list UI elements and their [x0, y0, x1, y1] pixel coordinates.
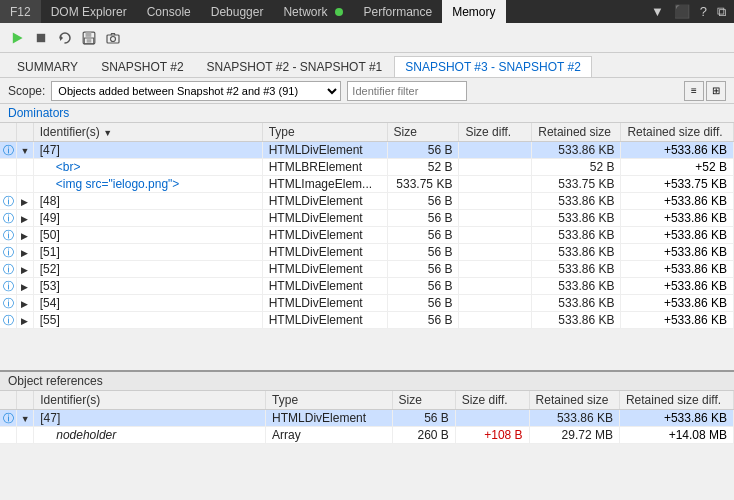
- expand-cell[interactable]: ▼: [17, 142, 34, 159]
- info-icon[interactable]: ⓘ: [3, 144, 14, 156]
- col-header-type[interactable]: Type: [262, 123, 387, 142]
- table-row[interactable]: ▶<img src="ielogo.png">HTMLImageElem...5…: [0, 176, 734, 193]
- object-references-table-wrap[interactable]: Identifier(s) Type Size Size diff. Retai…: [0, 391, 734, 500]
- table-row[interactable]: ▶nodeholderArray260 B+108 B29.72 MB+14.0…: [0, 427, 734, 444]
- table-row[interactable]: ⓘ▶[50]HTMLDivElement56 B533.86 KB+533.86…: [0, 227, 734, 244]
- info-icon[interactable]: ⓘ: [3, 263, 14, 275]
- dominators-label[interactable]: Dominators: [0, 104, 734, 123]
- info-cell[interactable]: [0, 159, 17, 176]
- objref-col-header-retained[interactable]: Retained size: [529, 391, 619, 410]
- col-header-identifiers[interactable]: Identifier(s) ▼: [33, 123, 262, 142]
- play-button[interactable]: [6, 27, 28, 49]
- table-row[interactable]: ⓘ▶[52]HTMLDivElement56 B533.86 KB+533.86…: [0, 261, 734, 278]
- main-table-container[interactable]: Identifier(s) ▼ Type Size Size diff. Ret…: [0, 123, 734, 370]
- table-row[interactable]: ⓘ▶[55]HTMLDivElement56 B533.86 KB+533.86…: [0, 312, 734, 329]
- collapse-icon[interactable]: ▼: [21, 146, 30, 156]
- objref-col-header-retaineddiff[interactable]: Retained size diff.: [619, 391, 733, 410]
- table-row[interactable]: ▶<br>HTMLBRElement52 B52 B+52 B: [0, 159, 734, 176]
- info-cell[interactable]: ⓘ: [0, 295, 17, 312]
- nav-network[interactable]: Network: [273, 0, 353, 23]
- table-row[interactable]: ⓘ▶[48]HTMLDivElement56 B533.86 KB+533.86…: [0, 193, 734, 210]
- info-cell[interactable]: ⓘ: [0, 227, 17, 244]
- expand-cell[interactable]: ▶: [17, 176, 34, 193]
- nav-f12[interactable]: F12: [0, 0, 41, 23]
- col-header-retaineddiff[interactable]: Retained size diff.: [621, 123, 734, 142]
- nav-performance[interactable]: Performance: [353, 0, 442, 23]
- nav-help-icon[interactable]: ?: [696, 4, 711, 19]
- col-header-size[interactable]: Size: [387, 123, 459, 142]
- objref-col-header-sizediff[interactable]: Size diff.: [455, 391, 529, 410]
- info-cell[interactable]: ⓘ: [0, 261, 17, 278]
- info-icon[interactable]: ⓘ: [3, 212, 14, 224]
- table-row[interactable]: ⓘ▼[47]HTMLDivElement56 B533.86 KB+533.86…: [0, 142, 734, 159]
- scope-select[interactable]: Objects added between Snapshot #2 and #3…: [51, 81, 341, 101]
- expand-cell[interactable]: ▼: [17, 410, 34, 427]
- tab-snap2-snap1[interactable]: SNAPSHOT #2 - SNAPSHOT #1: [196, 56, 394, 77]
- scope-grid-icon[interactable]: ⊞: [706, 81, 726, 101]
- scope-list-icon[interactable]: ≡: [684, 81, 704, 101]
- expand-icon[interactable]: ▶: [21, 231, 28, 241]
- info-cell[interactable]: ⓘ: [0, 244, 17, 261]
- expand-icon[interactable]: ▶: [21, 316, 28, 326]
- info-cell[interactable]: ⓘ: [0, 193, 17, 210]
- refresh-button[interactable]: [54, 27, 76, 49]
- tab-summary[interactable]: SUMMARY: [6, 56, 89, 77]
- tab-snapshot2[interactable]: SNAPSHOT #2: [90, 56, 194, 77]
- col-header-retained[interactable]: Retained size: [532, 123, 621, 142]
- table-row[interactable]: ⓘ▶[53]HTMLDivElement56 B533.86 KB+533.86…: [0, 278, 734, 295]
- expand-cell[interactable]: ▶: [17, 210, 34, 227]
- nav-layout-icon[interactable]: ⬛: [670, 4, 694, 19]
- info-icon[interactable]: ⓘ: [3, 195, 14, 207]
- info-cell[interactable]: ⓘ: [0, 142, 17, 159]
- objref-col-header-size[interactable]: Size: [392, 391, 455, 410]
- camera-button[interactable]: [102, 27, 124, 49]
- nav-console[interactable]: Console: [137, 0, 201, 23]
- expand-cell[interactable]: ▶: [17, 244, 34, 261]
- info-cell[interactable]: [0, 176, 17, 193]
- expand-icon[interactable]: ▶: [21, 248, 28, 258]
- expand-icon[interactable]: ▶: [21, 265, 28, 275]
- expand-cell[interactable]: ▶: [17, 278, 34, 295]
- expand-icon[interactable]: ▶: [21, 299, 28, 309]
- identifier-filter-input[interactable]: [347, 81, 467, 101]
- info-icon[interactable]: ⓘ: [3, 246, 14, 258]
- expand-icon[interactable]: ▶: [21, 282, 28, 292]
- table-row[interactable]: ⓘ▶[51]HTMLDivElement56 B533.86 KB+533.86…: [0, 244, 734, 261]
- collapse-icon[interactable]: ▼: [21, 414, 30, 424]
- table-row[interactable]: ⓘ▶[49]HTMLDivElement56 B533.86 KB+533.86…: [0, 210, 734, 227]
- nav-detach-icon[interactable]: ⧉: [713, 4, 730, 20]
- expand-cell[interactable]: ▶: [17, 227, 34, 244]
- info-icon[interactable]: ⓘ: [3, 297, 14, 309]
- info-cell[interactable]: ⓘ: [0, 210, 17, 227]
- col-header-sizediff[interactable]: Size diff.: [459, 123, 532, 142]
- expand-cell[interactable]: ▶: [17, 193, 34, 210]
- info-icon[interactable]: ⓘ: [3, 412, 14, 424]
- table-row[interactable]: ⓘ▼[47]HTMLDivElement56 B533.86 KB+533.86…: [0, 410, 734, 427]
- expand-cell[interactable]: ▶: [17, 159, 34, 176]
- stop-button[interactable]: [30, 27, 52, 49]
- expand-icon[interactable]: ▶: [21, 214, 28, 224]
- info-cell[interactable]: ⓘ: [0, 410, 17, 427]
- expand-cell[interactable]: ▶: [17, 427, 34, 444]
- identifier-link[interactable]: <br>: [56, 160, 81, 174]
- info-icon[interactable]: ⓘ: [3, 229, 14, 241]
- identifier-link[interactable]: <img src="ielogo.png">: [56, 177, 180, 191]
- info-cell[interactable]: ⓘ: [0, 278, 17, 295]
- info-cell[interactable]: [0, 427, 17, 444]
- expand-cell[interactable]: ▶: [17, 295, 34, 312]
- nav-dom-explorer[interactable]: DOM Explorer: [41, 0, 137, 23]
- nav-memory[interactable]: Memory: [442, 0, 505, 23]
- objref-col-header-type[interactable]: Type: [266, 391, 392, 410]
- nav-debugger[interactable]: Debugger: [201, 0, 274, 23]
- tab-snap3-snap2[interactable]: SNAPSHOT #3 - SNAPSHOT #2: [394, 56, 592, 77]
- info-icon[interactable]: ⓘ: [3, 314, 14, 326]
- expand-cell[interactable]: ▶: [17, 312, 34, 329]
- nav-dropdown-icon[interactable]: ▼: [647, 4, 668, 19]
- save-button[interactable]: [78, 27, 100, 49]
- info-icon[interactable]: ⓘ: [3, 280, 14, 292]
- expand-icon[interactable]: ▶: [21, 197, 28, 207]
- objref-col-header-identifiers[interactable]: Identifier(s): [34, 391, 266, 410]
- expand-cell[interactable]: ▶: [17, 261, 34, 278]
- info-cell[interactable]: ⓘ: [0, 312, 17, 329]
- table-row[interactable]: ⓘ▶[54]HTMLDivElement56 B533.86 KB+533.86…: [0, 295, 734, 312]
